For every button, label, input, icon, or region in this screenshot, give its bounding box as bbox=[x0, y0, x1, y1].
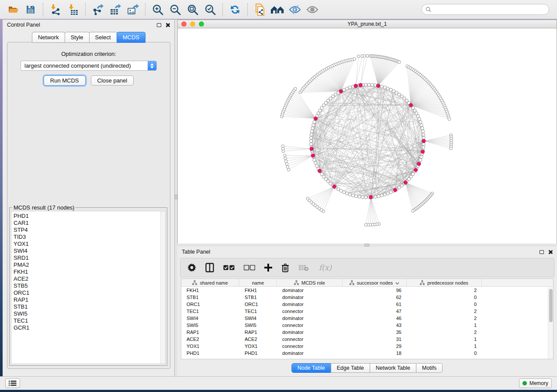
tab-node-table[interactable]: Node Table bbox=[291, 363, 331, 373]
mcds-node[interactable] bbox=[314, 117, 318, 120]
cell-name[interactable]: FKH1 bbox=[239, 287, 277, 294]
cell-MCDS-role[interactable]: connector bbox=[277, 343, 343, 350]
show-panels-menu-button[interactable] bbox=[5, 378, 20, 388]
cell-shared-name[interactable]: SWI4 bbox=[181, 315, 239, 322]
optimization-criterion-select[interactable]: largest connected component (undirected) bbox=[21, 61, 157, 71]
cell-shared-name[interactable]: YOX1 bbox=[181, 343, 239, 350]
mcds-node[interactable] bbox=[369, 196, 373, 199]
mcds-node[interactable] bbox=[404, 181, 407, 184]
cell-MCDS-role[interactable]: connector bbox=[277, 322, 343, 329]
mcds-result-item[interactable]: RAP1 bbox=[14, 296, 165, 303]
mcds-node[interactable] bbox=[332, 185, 336, 188]
tab-edge-table[interactable]: Edge Table bbox=[331, 363, 370, 373]
scrollbar-thumb[interactable] bbox=[549, 289, 553, 322]
tab-network[interactable]: Network bbox=[32, 32, 65, 43]
float-panel-icon[interactable] bbox=[157, 23, 161, 27]
column-header-MCDS-role[interactable]: MCDS role bbox=[277, 279, 343, 286]
tab-motifs[interactable]: Motifs bbox=[416, 363, 443, 373]
cell-successor-nodes[interactable]: 35 bbox=[343, 329, 407, 336]
mcds-result-item[interactable]: STB1 bbox=[14, 303, 165, 310]
tab-mcds[interactable]: MCDS bbox=[117, 32, 145, 43]
mcds-node[interactable] bbox=[417, 162, 421, 165]
cell-MCDS-role[interactable]: dominator bbox=[277, 301, 343, 308]
cell-predecessor-nodes[interactable]: 0 bbox=[407, 301, 482, 308]
mcds-result-item[interactable]: TEC1 bbox=[14, 317, 165, 324]
table-settings-button[interactable] bbox=[187, 263, 196, 272]
mcds-result-item[interactable]: ACE2 bbox=[14, 275, 165, 282]
cell-shared-name[interactable]: STB1 bbox=[181, 294, 239, 301]
cell-predecessor-nodes[interactable]: 2 bbox=[407, 308, 482, 315]
mcds-list-scrollbar[interactable] bbox=[160, 211, 165, 364]
mcds-result-item[interactable]: PMA2 bbox=[14, 261, 165, 268]
mcds-node[interactable] bbox=[421, 150, 424, 153]
mcds-result-item[interactable]: STB5 bbox=[14, 282, 165, 289]
column-header-successor-nodes[interactable]: successor nodes bbox=[343, 279, 407, 286]
mcds-node[interactable] bbox=[311, 154, 315, 157]
table-row[interactable]: ACE2ACE2connector311 bbox=[181, 336, 553, 343]
mcds-result-item[interactable]: ORC1 bbox=[14, 289, 165, 296]
table-row[interactable]: TEC1TEC1connector472 bbox=[181, 308, 553, 315]
export-network-button[interactable] bbox=[89, 2, 107, 17]
zoom-fit-button[interactable] bbox=[184, 2, 201, 17]
cell-predecessor-nodes[interactable]: 2 bbox=[407, 287, 482, 294]
cell-name[interactable]: PHD1 bbox=[239, 350, 277, 357]
mcds-node[interactable] bbox=[422, 139, 426, 143]
cell-predecessor-nodes[interactable]: 0 bbox=[407, 350, 482, 357]
cell-MCDS-role[interactable]: dominator bbox=[277, 329, 343, 336]
export-image-button[interactable] bbox=[124, 2, 142, 17]
cell-name[interactable]: RAP1 bbox=[239, 329, 277, 336]
cell-successor-nodes[interactable]: 61 bbox=[343, 301, 407, 308]
mcds-result-item[interactable]: STP4 bbox=[14, 227, 165, 234]
run-mcds-button[interactable]: Run MCDS bbox=[44, 76, 86, 86]
cell-name[interactable]: SWI5 bbox=[239, 322, 277, 329]
cell-predecessor-nodes[interactable]: 0 bbox=[407, 294, 482, 301]
close-panel-button[interactable]: Close panel bbox=[91, 76, 134, 86]
show-panel-eye-button[interactable] bbox=[304, 2, 321, 17]
select-all-button[interactable] bbox=[223, 265, 235, 271]
mcds-result-item[interactable]: PHD1 bbox=[14, 213, 165, 220]
table-row[interactable]: RAP1RAP1dominator352 bbox=[181, 329, 553, 336]
mcds-result-item[interactable]: SWI4 bbox=[14, 248, 165, 254]
tab-select[interactable]: Select bbox=[89, 32, 117, 43]
column-header-shared-name[interactable]: shared name bbox=[181, 279, 239, 286]
table-row[interactable]: SWI4SWI4dominator462 bbox=[181, 315, 553, 322]
cell-MCDS-role[interactable]: dominator bbox=[277, 350, 343, 357]
cell-shared-name[interactable]: ACE2 bbox=[181, 336, 239, 343]
cell-name[interactable]: STB1 bbox=[239, 294, 277, 301]
deselect-all-button[interactable] bbox=[244, 265, 255, 271]
mcds-node[interactable] bbox=[376, 84, 380, 87]
cell-shared-name[interactable]: SWI5 bbox=[181, 322, 239, 329]
tab-style[interactable]: Style bbox=[65, 32, 90, 43]
cell-name[interactable]: SWI4 bbox=[239, 315, 277, 322]
tab-network-table[interactable]: Network Table bbox=[370, 363, 416, 373]
cell-MCDS-role[interactable]: connector bbox=[277, 308, 343, 315]
delete-column-button[interactable] bbox=[281, 263, 289, 272]
memory-button[interactable]: Memory bbox=[519, 378, 552, 388]
delete-table-button[interactable] bbox=[298, 264, 309, 271]
mcds-result-item[interactable]: CAR1 bbox=[14, 220, 165, 227]
cell-successor-nodes[interactable]: 46 bbox=[343, 315, 407, 322]
mcds-node[interactable] bbox=[414, 168, 417, 172]
cell-name[interactable]: TEC1 bbox=[239, 308, 277, 315]
splitter-grip[interactable] bbox=[364, 244, 370, 247]
mcds-result-list[interactable]: PHD1CAR1STP4TID3YOX1SWI4SRD1PMA2FKH1ACE2… bbox=[11, 211, 165, 331]
mcds-result-item[interactable]: SWI5 bbox=[14, 310, 165, 317]
network-graph[interactable] bbox=[178, 28, 557, 244]
table-scrollbar[interactable] bbox=[548, 287, 553, 359]
cell-shared-name[interactable]: ORC1 bbox=[181, 301, 239, 308]
cell-successor-nodes[interactable]: 43 bbox=[343, 322, 407, 329]
cell-predecessor-nodes[interactable]: 2 bbox=[407, 329, 482, 336]
add-column-button[interactable] bbox=[264, 264, 272, 272]
close-panel-icon[interactable] bbox=[165, 23, 170, 28]
horizontal-splitter[interactable] bbox=[177, 244, 557, 247]
cell-name[interactable]: ORC1 bbox=[239, 301, 277, 308]
hide-panel-eye-button[interactable] bbox=[286, 2, 304, 17]
cell-predecessor-nodes[interactable]: 1 bbox=[407, 322, 482, 329]
cell-successor-nodes[interactable]: 62 bbox=[343, 294, 407, 301]
mcds-node[interactable] bbox=[393, 188, 397, 192]
table-row[interactable]: SWI5SWI5connector431 bbox=[181, 322, 553, 329]
apply-function-button[interactable]: f(x) bbox=[318, 262, 334, 273]
cell-shared-name[interactable]: PHD1 bbox=[181, 350, 239, 357]
zoom-selected-button[interactable] bbox=[201, 2, 219, 17]
table-row[interactable]: STB1STB1dominator620 bbox=[181, 294, 553, 301]
